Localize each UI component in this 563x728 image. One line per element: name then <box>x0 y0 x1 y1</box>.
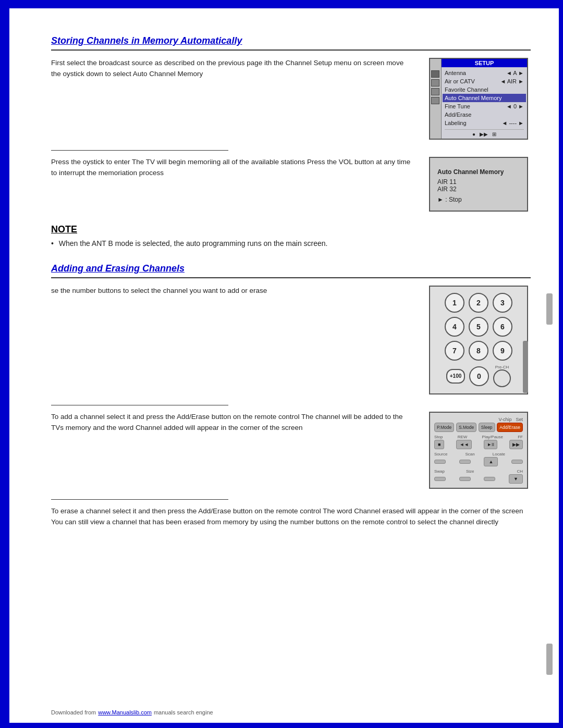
btn-empty[interactable] <box>511 460 523 464</box>
step2-text: Press the oystick to enter The TV will b… <box>51 157 411 179</box>
swap-label: Swap <box>434 469 445 474</box>
ch-label: CH <box>517 469 523 474</box>
btn-plus100[interactable]: +100 <box>446 369 465 384</box>
bottom-border <box>9 723 562 727</box>
btn-size[interactable] <box>459 477 471 481</box>
btn-adderase[interactable]: Add/Erase <box>497 423 523 432</box>
remote-label-vchip: V-chip Set <box>434 417 523 422</box>
remote-row4: ▼ <box>434 474 523 484</box>
btn-pmode[interactable]: P.Mode <box>434 423 454 432</box>
btn-source[interactable] <box>434 460 446 464</box>
rew-label: REW <box>458 435 468 439</box>
btn-6[interactable]: 6 <box>493 317 512 337</box>
stop-label: Stop <box>434 435 443 439</box>
btn-7[interactable]: 7 <box>445 341 464 361</box>
btn-3[interactable]: 3 <box>493 293 512 313</box>
btn-5[interactable]: 5 <box>469 317 488 337</box>
remote-row2: ■ ◄◄ ►II ▶▶ <box>434 440 523 449</box>
adding-step2-text: To add a channel select it and press the… <box>51 412 411 434</box>
step1-step2-divider <box>51 150 228 151</box>
btn-rew[interactable]: ◄◄ <box>456 440 472 449</box>
btn-8[interactable]: 8 <box>469 341 488 361</box>
btn-2[interactable]: 2 <box>469 293 488 313</box>
source-label: Source <box>434 452 447 456</box>
setup-screen-mockup: SETUP Antenna ◄ A ► Air or CATV ◄ AIR ► <box>429 58 528 140</box>
numpad-row4: +100 0 Pre-CH <box>438 365 519 387</box>
scan-label: Scan <box>465 452 474 456</box>
bullet: • <box>51 239 54 248</box>
btn-9[interactable]: 9 <box>493 341 512 361</box>
btn-stop[interactable]: ■ <box>434 440 444 449</box>
btn-swap[interactable] <box>434 477 446 481</box>
step2-img-col: Auto Channel Memory AIR 11 AIR 32 ► : St… <box>426 157 531 212</box>
row-label: Auto Channel Memory <box>445 95 501 101</box>
adding-step2-row: To add a channel select it and press the… <box>51 412 531 489</box>
btn-ch-down[interactable]: ▼ <box>509 474 523 484</box>
setup-row-favorite: Favorite Channel <box>445 85 524 94</box>
setup-row-finetune: Fine Tune ◄ 0 ► <box>445 102 524 110</box>
row-value: ◄ 0 ► <box>506 103 524 109</box>
setup-title: SETUP <box>442 59 527 67</box>
remote-row3: ▲ <box>434 457 523 466</box>
setup-row-labeling: Labeling ◄ ---- ► <box>445 119 524 127</box>
adding-step1-text: se the number buttons to select the chan… <box>51 286 411 297</box>
note-body: When the ANT B mode is selected, the aut… <box>59 239 328 248</box>
adding-step2-img-col: V-chip Set P.Mode S.Mode Sleep Add/Erase <box>426 412 531 489</box>
step1-row: First select the broadcast source as des… <box>51 58 531 140</box>
icon3 <box>431 88 439 95</box>
setup-screen-content: SETUP Antenna ◄ A ► Air or CATV ◄ AIR ► <box>442 59 527 139</box>
section2-heading: Adding and Erasing Channels <box>51 263 531 274</box>
section2-divider <box>51 277 531 278</box>
step2-row: Press the oystick to enter The TV will b… <box>51 157 531 212</box>
section1-heading: Storing Channels in Memory Automatically <box>51 35 531 46</box>
adding-step2-text-col: To add a channel select it and press the… <box>51 412 411 434</box>
auto-ch-screen: Auto Channel Memory AIR 11 AIR 32 ► : St… <box>429 157 528 212</box>
adding-step2-step3-divider <box>51 499 228 500</box>
numpad-row2: 4 5 6 <box>438 317 519 337</box>
remote-label-row3: Source Scan Locate <box>434 452 523 456</box>
numpad-row1: 1 2 3 <box>438 293 519 313</box>
setup-icon-stop: ● <box>472 131 475 137</box>
setup-row-adderase: Add/Erase <box>445 110 524 119</box>
row-label: Antenna <box>445 70 466 76</box>
btn-0[interactable]: 0 <box>469 366 489 386</box>
set-label: Set <box>516 417 523 422</box>
footer-link[interactable]: www.Manualslib.com <box>98 709 152 715</box>
auto-ch-stop-label: ► : Stop <box>437 196 462 203</box>
btn-empty2[interactable] <box>484 477 495 481</box>
play-pause-label: Play/Pause <box>482 435 503 439</box>
btn-scan[interactable] <box>459 460 471 464</box>
btn-ff[interactable]: ▶▶ <box>509 440 523 449</box>
btn-1[interactable]: 1 <box>445 293 464 313</box>
remote-mockup: V-chip Set P.Mode S.Mode Sleep Add/Erase <box>429 412 528 489</box>
adding-step1-row: se the number buttons to select the chan… <box>51 286 531 394</box>
row-value: ◄ ---- ► <box>501 120 524 126</box>
remote-label-row2: Stop REW Play/Pause FF <box>434 435 523 439</box>
adding-step1-img-col: 1 2 3 4 5 6 7 8 <box>426 286 531 394</box>
row-value: ◄ A ► <box>506 70 524 76</box>
btn-smode[interactable]: S.Mode <box>456 423 476 432</box>
size-label: Size <box>466 469 474 474</box>
setup-row-auto-ch: Auto Channel Memory <box>443 94 526 102</box>
btn-4[interactable]: 4 <box>445 317 464 337</box>
footer-suffix: manuals search engine <box>154 709 213 715</box>
right-accent-bottom <box>546 644 553 675</box>
btn-prech[interactable] <box>493 369 511 387</box>
numpad: 1 2 3 4 5 6 7 8 <box>429 286 528 394</box>
step1-text-col: First select the broadcast source as des… <box>51 58 411 80</box>
auto-ch-stop-row: ► : Stop <box>437 196 520 203</box>
step1-text: First select the broadcast source as des… <box>51 58 411 80</box>
ff-label: FF <box>518 435 523 439</box>
btn-locate-up[interactable]: ▲ <box>484 457 498 466</box>
vchip-label: V-chip <box>498 417 511 422</box>
setup-rows: Antenna ◄ A ► Air or CATV ◄ AIR ► Favori… <box>442 67 527 139</box>
btn-playpause[interactable]: ►II <box>484 440 497 449</box>
pre-ch-label: Pre-CH <box>495 365 509 369</box>
remote-label-row4: Swap Size CH <box>434 469 523 474</box>
setup-icon-pause: ▶▶ <box>480 131 488 137</box>
adding-step1-step2-divider <box>51 405 228 405</box>
row-label: Labeling <box>445 120 467 126</box>
btn-sleep[interactable]: Sleep <box>479 423 495 432</box>
remote-row1: P.Mode S.Mode Sleep Add/Erase <box>434 423 523 432</box>
note-text: • When the ANT B mode is selected, the a… <box>51 239 531 248</box>
